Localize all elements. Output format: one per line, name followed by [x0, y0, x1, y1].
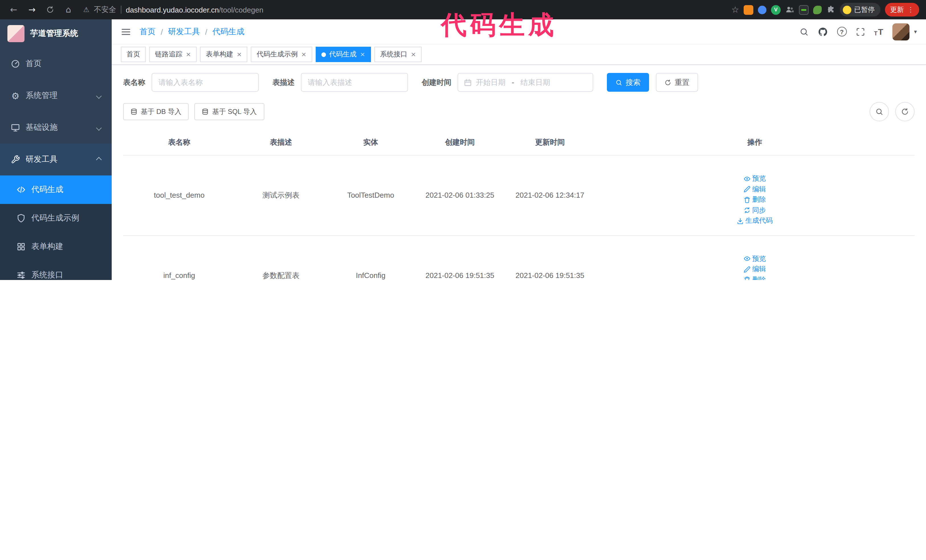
database-icon — [130, 108, 137, 115]
tab-close-icon[interactable]: × — [186, 51, 191, 57]
address-bar[interactable]: ⚠ 不安全 dashboard.yudao.iocoder.cn/tool/co… — [83, 5, 263, 15]
font-size-icon[interactable]: T T — [874, 27, 883, 36]
toggle-search-button[interactable] — [870, 102, 889, 121]
update-button-label: 更新 — [890, 5, 904, 15]
import-db-button[interactable]: 基于 DB 导入 — [123, 103, 189, 120]
edit-link[interactable]: 编辑 — [744, 264, 766, 274]
profile-paused-chip[interactable]: 已暂停 — [840, 3, 881, 17]
extension-icon-card[interactable] — [799, 5, 809, 15]
monitor-icon — [11, 123, 20, 132]
refresh-table-button[interactable] — [895, 102, 915, 121]
delete-link[interactable]: 删除 — [744, 195, 766, 205]
header-actions: ? T T ▾ — [799, 23, 917, 40]
cell-actions: 预览 编辑 删除 同步 生成代码 — [595, 155, 915, 235]
chevron-down-icon — [96, 125, 102, 130]
preview-link[interactable]: 预览 — [744, 254, 766, 264]
avatar-caret-down-icon[interactable]: ▾ — [914, 29, 917, 35]
filter-form: 表名称 表描述 创建时间 开始日期 - 结束日期 — [123, 73, 915, 92]
address-divider — [121, 6, 121, 14]
browser-forward-button[interactable]: → — [25, 3, 39, 17]
col-update-time: 更新时间 — [505, 130, 595, 155]
browser-reload-button[interactable] — [43, 3, 57, 17]
table-desc-input[interactable] — [301, 73, 408, 92]
table-desc-label: 表描述 — [272, 77, 295, 88]
tab-close-icon[interactable]: × — [360, 51, 365, 57]
generate-code-link[interactable]: 生成代码 — [737, 216, 773, 226]
sidebar-item-devtools[interactable]: 研发工具 — [0, 143, 112, 175]
user-avatar[interactable] — [893, 23, 909, 40]
import-sql-button[interactable]: 基于 SQL 导入 — [195, 103, 264, 120]
sidebar-item-home[interactable]: 首页 — [0, 48, 112, 80]
cell-table-name: tool_test_demo — [123, 155, 235, 235]
col-table-desc: 表描述 — [235, 130, 327, 155]
extensions-puzzle-icon[interactable] — [826, 5, 835, 14]
eye-icon — [744, 255, 750, 262]
table-row: inf_config 参数配置表 InfConfig 2021-02-06 19… — [123, 235, 915, 280]
cell-table-desc: 测试示例表 — [235, 155, 327, 235]
logo-avatar — [8, 25, 24, 42]
sidebar-item-form-builder[interactable]: 表单构建 — [0, 232, 112, 261]
browser-menu-dots-icon[interactable]: ⋮ — [907, 6, 914, 14]
help-icon[interactable]: ? — [837, 27, 846, 36]
fullscreen-icon[interactable] — [856, 27, 865, 36]
pen-icon — [744, 266, 750, 273]
extension-icon-people[interactable] — [785, 5, 794, 14]
screen: ← → ⌂ ⚠ 不安全 dashboard.yudao.iocoder.cn/t… — [0, 0, 926, 280]
search-icon — [616, 79, 622, 86]
tab-close-icon[interactable]: × — [411, 51, 416, 57]
col-entity: 实体 — [327, 130, 415, 155]
browser-back-button[interactable]: ← — [7, 3, 21, 17]
sidebar-item-codegen-example[interactable]: 代码生成示例 — [0, 204, 112, 232]
browser-home-button[interactable]: ⌂ — [62, 3, 75, 17]
sidebar-item-label: 系统接口 — [31, 270, 63, 280]
table-name-label: 表名称 — [123, 77, 145, 88]
sidebar-item-system-api[interactable]: 系统接口 — [0, 261, 112, 280]
not-secure-warning-icon: ⚠ — [83, 6, 89, 14]
reset-button[interactable]: 重置 — [656, 73, 698, 92]
tab-form-builder[interactable]: 表单构建 × — [200, 47, 247, 62]
delete-link[interactable]: 删除 — [744, 275, 766, 280]
cell-table-desc: 参数配置表 — [235, 235, 327, 280]
search-button[interactable]: 搜索 — [607, 73, 649, 92]
edit-link[interactable]: 编辑 — [744, 184, 766, 194]
col-table-name: 表名称 — [123, 130, 235, 155]
security-label[interactable]: 不安全 — [94, 5, 116, 15]
bookmark-star-icon[interactable]: ☆ — [731, 5, 739, 15]
sidebar-item-label: 表单构建 — [31, 242, 63, 252]
preview-link[interactable]: 预览 — [744, 174, 766, 183]
filter-create-time: 创建时间 开始日期 - 结束日期 — [422, 73, 593, 92]
active-tab-dot — [321, 52, 326, 57]
profile-emoji-icon — [843, 5, 851, 14]
extension-icon-orange[interactable] — [744, 5, 754, 15]
tab-codegen[interactable]: 代码生成 × — [315, 47, 371, 62]
tab-home[interactable]: 首页 — [121, 47, 146, 62]
sidebar-collapse-icon[interactable] — [121, 27, 131, 37]
tab-tracing[interactable]: 链路追踪 × — [149, 47, 197, 62]
table-name-input[interactable] — [151, 73, 259, 92]
extension-icon-leaf[interactable] — [813, 5, 822, 14]
app-body: 芋道管理系统 首页 ⚙ 系统管理 基础设施 研发工具 — [0, 20, 926, 280]
app-logo[interactable]: 芋道管理系统 — [0, 20, 112, 48]
browser-update-button[interactable]: 更新 ⋮ — [885, 3, 919, 17]
sidebar-item-system[interactable]: ⚙ 系统管理 — [0, 80, 112, 112]
sync-link[interactable]: 同步 — [744, 205, 766, 215]
breadcrumb-separator: / — [205, 27, 207, 36]
github-icon[interactable] — [817, 27, 828, 37]
date-start-placeholder: 开始日期 — [476, 77, 505, 88]
tab-codegen-example[interactable]: 代码生成示例 × — [251, 47, 312, 62]
tab-system-api[interactable]: 系统接口 × — [374, 47, 422, 62]
extension-icon-green[interactable]: V — [771, 5, 781, 15]
cell-table-name: inf_config — [123, 235, 235, 280]
sidebar: 芋道管理系统 首页 ⚙ 系统管理 基础设施 研发工具 — [0, 20, 112, 280]
breadcrumb-home[interactable]: 首页 — [139, 27, 156, 37]
breadcrumb-current: 代码生成 — [213, 27, 244, 37]
cell-entity: InfConfig — [327, 235, 415, 280]
breadcrumb-devtools[interactable]: 研发工具 — [168, 27, 200, 37]
sidebar-item-codegen[interactable]: 代码生成 — [0, 175, 112, 204]
tab-close-icon[interactable]: × — [236, 51, 242, 57]
extension-icon-blue-drop[interactable] — [758, 5, 766, 14]
date-range-picker[interactable]: 开始日期 - 结束日期 — [458, 73, 593, 92]
header-search-icon[interactable] — [799, 27, 808, 36]
tab-close-icon[interactable]: × — [301, 51, 306, 57]
sidebar-item-infra[interactable]: 基础设施 — [0, 112, 112, 143]
